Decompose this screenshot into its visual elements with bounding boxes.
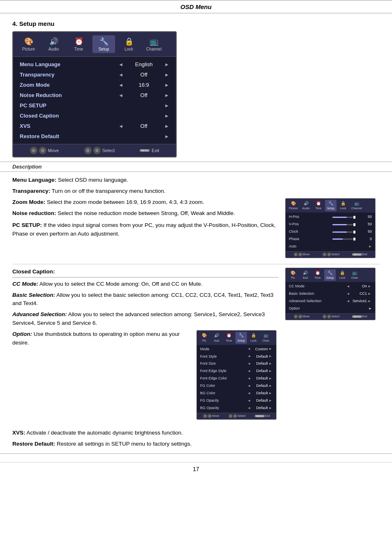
desc-menu-language-text: Select OSD menu language.	[58, 177, 128, 183]
menu-label-language: Menu Language	[20, 61, 118, 67]
menu-value-transparency: Off	[127, 72, 160, 78]
menu-value-zoom: 16:9	[127, 82, 160, 88]
osd-tabs: 🎨 Picture 🔊 Audio ⏰ Time 🔧 Setup 🔒 Lock …	[13, 32, 176, 57]
arrow-right-xvs[interactable]: ►	[164, 123, 169, 129]
tab-channel[interactable]: 📺 Channel	[143, 35, 165, 53]
desc-cc-title: Closed Caption:	[12, 268, 279, 278]
arrow-right-cc[interactable]: ►	[164, 113, 169, 119]
page-title: OSD Menu	[180, 3, 212, 10]
desc-adv-sel-title: Advanced Selection:	[12, 311, 67, 317]
arrow-right-transparency[interactable]: ►	[164, 72, 169, 78]
arrow-left-transparency[interactable]: ◄	[118, 72, 123, 78]
desc-transparency: Transparency: Turn on or off the transpa…	[12, 187, 380, 196]
footer-exit-label: Exit	[152, 148, 159, 153]
desc-option-text: Use thumbstick buttons to operating in o…	[12, 331, 180, 346]
arrow-left-zoom[interactable]: ◄	[118, 82, 123, 88]
mini-tab-audio: 🔊Audio	[300, 200, 312, 211]
menu-label-noise: Noise Reduction	[20, 92, 118, 98]
menu-label-transparency: Transparency	[20, 72, 118, 78]
desc-transparency-text: Turn on or off the transparency menu fun…	[52, 188, 166, 194]
desc-basic-sel: Basic Selection: Allow you to select the…	[12, 291, 279, 308]
mini-osd-option-tabs: 🎨Pic 🔊Aud ⏰Time 🔧Setup 🔒Lock 📺Chan	[197, 331, 276, 345]
menu-row-language[interactable]: Menu Language ◄ English ►	[13, 59, 176, 69]
mini-option-footer: ⊙⊙Move ⊙⊙Select MENUExit	[197, 413, 276, 419]
description-label: Description	[12, 164, 42, 170]
mini-osd-cc: 🎨Pic 🔊Aud ⏰Time 🔧Setup 🔒Lock 📺Chan CC Mo…	[285, 268, 376, 320]
lock-icon: 🔒	[125, 37, 134, 46]
mini-row-auto: Auto ►	[286, 243, 375, 250]
menu-row-pcsetup[interactable]: PC SETUP ►	[13, 100, 176, 111]
arrow-left-noise[interactable]: ◄	[118, 92, 123, 98]
bottom-rule	[0, 453, 392, 454]
footer-move-label: Move	[48, 148, 59, 153]
tab-lock-label: Lock	[125, 47, 133, 51]
menu-label-xvs: XVS	[20, 123, 118, 129]
osd-footer: ⊙ ⊙ Move ⊙ ⊙ Select MENU Exit	[13, 144, 176, 157]
arrow-right-restore[interactable]: ►	[164, 134, 169, 139]
mini-row-phase: Phase 0	[286, 236, 375, 243]
picture-icon: 🎨	[24, 37, 33, 46]
channel-icon: 📺	[150, 37, 159, 46]
desc-left-cc: Closed Caption: CC Mode: Allow you to se…	[12, 268, 279, 426]
arrow-left-xvs[interactable]: ◄	[118, 123, 123, 129]
mini-tab-setup: 🔧Setup	[325, 200, 337, 211]
tab-channel-label: Channel	[146, 47, 161, 51]
arrow-left-language[interactable]: ◄	[118, 62, 123, 67]
desc-basic-sel-title: Basic Selection:	[12, 292, 55, 298]
time-icon: ⏰	[74, 37, 83, 46]
tab-time-label: Time	[74, 47, 83, 51]
desc-option-text-col: Option: Use thumbstick buttons to operat…	[12, 330, 192, 350]
desc-option-mini-col: 🎨Pic 🔊Aud ⏰Time 🔧Setup 🔒Lock 📺Chan Mode◄…	[196, 330, 279, 422]
desc-option-row: Option: Use thumbstick buttons to operat…	[12, 330, 279, 422]
mini-option-rows: Mode◄Custom► Font Style◄Default► Font Si…	[197, 345, 276, 413]
desc-option: Option: Use thumbstick buttons to operat…	[12, 330, 192, 347]
menu-row-zoom[interactable]: Zoom Mode ◄ 16:9 ►	[13, 80, 176, 90]
tab-setup-label: Setup	[98, 47, 109, 51]
mini-pcsetup-footer: ⊙⊙Move ⊙⊙Select MENUExit	[286, 251, 375, 258]
desc-cc-mode-title: CC Mode:	[12, 281, 38, 287]
tab-audio[interactable]: 🔊 Audio	[42, 35, 65, 53]
menu-row-restore[interactable]: Restore Default ►	[13, 131, 176, 141]
desc-xvs-title: XVS:	[12, 430, 25, 436]
arrow-right-zoom[interactable]: ►	[164, 82, 169, 88]
arrow-right-language[interactable]: ►	[164, 62, 169, 67]
desc-cc-mode: CC Mode: Allow you to select the CC Mode…	[12, 280, 279, 289]
divider-1	[12, 264, 380, 264]
select-icon-1: ⊙	[84, 147, 92, 154]
desc-option-title: Option:	[12, 331, 32, 337]
menu-row-transparency[interactable]: Transparency ◄ Off ►	[13, 69, 176, 80]
arrow-right-pcsetup[interactable]: ►	[164, 103, 169, 109]
menu-rect-icon: MENU	[140, 149, 150, 152]
tab-picture[interactable]: 🎨 Picture	[17, 35, 40, 53]
menu-value-language: English	[127, 61, 160, 67]
menu-label-zoom: Zoom Mode	[20, 82, 118, 88]
tab-lock[interactable]: 🔒 Lock	[118, 35, 140, 53]
tab-time[interactable]: ⏰ Time	[67, 35, 90, 53]
tab-setup[interactable]: 🔧 Setup	[92, 35, 115, 53]
mini-cc-footer: ⊙⊙Move ⊙⊙Select MENUExit	[286, 313, 375, 320]
menu-row-noise[interactable]: Noise Reduction ◄ Off ►	[13, 90, 176, 100]
desc-zoom-text: Select the zoom mode between 16:9, 16:9 …	[47, 199, 204, 205]
setup-icon: 🔧	[99, 37, 108, 46]
mini-pcsetup-rows: H-Pos 50 V-Pos	[286, 213, 375, 251]
desc-right-pcsetup: 🎨Picture 🔊Audio ⏰Time 🔧Setup 🔒Lock 📺Chan…	[285, 198, 380, 261]
section-title: 4. Setup menu	[0, 20, 392, 31]
mini-osd-pcsetup-tabs: 🎨Picture 🔊Audio ⏰Time 🔧Setup 🔒Lock 📺Chan…	[286, 199, 375, 213]
menu-row-cc[interactable]: Closed Caption ►	[13, 111, 176, 121]
mini-tab-picture: 🎨Picture	[287, 200, 300, 211]
desc-restore-text: Restore all settings in SETUP menu to fa…	[57, 441, 191, 447]
mini-tab-time: ⏰Time	[313, 200, 324, 211]
arrow-right-noise[interactable]: ►	[164, 92, 169, 98]
desc-pcsetup-title: PC SETUP:	[12, 222, 42, 228]
desc-noise: Noise reduction: Select the noise reduct…	[12, 209, 279, 218]
osd-menu-box: 🎨 Picture 🔊 Audio ⏰ Time 🔧 Setup 🔒 Lock …	[12, 31, 177, 157]
tab-audio-label: Audio	[48, 47, 59, 51]
desc-zoom-title: Zoom Mode:	[12, 199, 45, 205]
osd-menu-items: Menu Language ◄ English ► Transparency ◄…	[13, 57, 176, 144]
page-number: 17	[0, 462, 392, 472]
footer-select-label: Select	[102, 148, 115, 153]
mini-row-vpos: V-Pos 50	[286, 221, 375, 228]
menu-row-xvs[interactable]: XVS ◄ Off ►	[13, 121, 176, 131]
desc-adv-sel: Advanced Selection: Allow you to select …	[12, 310, 279, 328]
mini-cc-rows: CC Mode◄On► Basic Selection◄CC1► Advance…	[286, 282, 375, 313]
